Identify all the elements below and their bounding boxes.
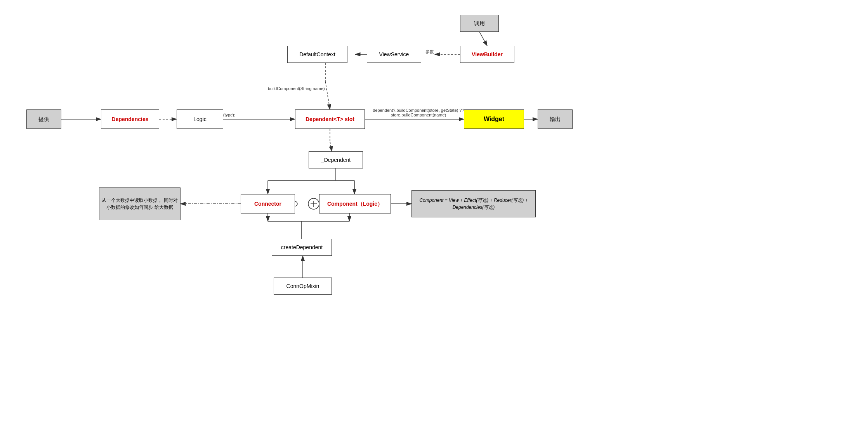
box-logic: Logic	[177, 109, 223, 129]
box-widget: Widget	[464, 109, 524, 129]
box-note-component: Component = View + Effect(可选) + Reducer(…	[411, 190, 536, 217]
box-connopmixin: ConnOpMixin	[274, 278, 332, 295]
box-viewservice: ViewService	[367, 46, 421, 63]
label-buildcomponent: buildComponent(String name)	[268, 86, 325, 91]
box-dependent-t: Dependent<T> slot	[295, 109, 365, 129]
label-params: 参数	[425, 49, 434, 55]
box-defaultcontext: DefaultContext	[287, 46, 347, 63]
box-dependent-underscore: _Dependent	[309, 151, 363, 168]
box-diaoyong: 调用	[460, 15, 499, 32]
label-buildcomponent2: dependent?.buildComponent(store, getStat…	[368, 108, 469, 117]
box-createdependent: createDependent	[272, 239, 332, 256]
box-component: Component（Logic）	[319, 194, 391, 213]
box-dependencies: Dependencies	[101, 109, 159, 129]
box-connector: Connector	[241, 194, 295, 213]
svg-point-29	[308, 198, 319, 209]
box-note-small: 从一个大数据中读取小数据， 同时对小数据的修改如何同步 给大数据	[99, 187, 181, 220]
svg-line-10	[325, 82, 330, 109]
box-output: 输出	[538, 109, 573, 129]
arrows-svg	[0, 0, 868, 446]
box-viewbuilder: ViewBuilder	[460, 46, 514, 63]
svg-line-6	[479, 32, 487, 46]
svg-line-17	[330, 142, 332, 151]
box-tigong: 提供	[26, 109, 61, 129]
diagram-container: 参数 buildComponent(String name) dependenc…	[0, 0, 868, 446]
